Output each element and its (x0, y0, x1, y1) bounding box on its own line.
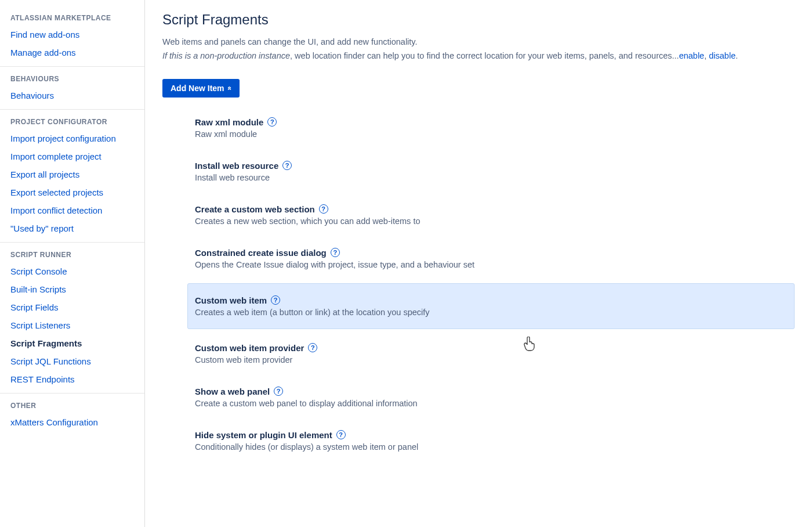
disable-link[interactable]: disable (709, 51, 735, 60)
sidebar-header: BEHAVIOURS (0, 71, 144, 86)
intro-text: Web items and panels can change the UI, … (162, 36, 795, 49)
item-title: Hide system or plugin UI element? (195, 430, 346, 440)
add-new-item-button[interactable]: Add New Item « (162, 79, 240, 98)
sidebar-item-script-fields[interactable]: Script Fields (0, 298, 144, 316)
sidebar-item-import-project-config[interactable]: Import project configuration (0, 129, 144, 147)
sidebar-item-script-jql-functions[interactable]: Script JQL Functions (0, 352, 144, 370)
sidebar-item-export-selected-projects[interactable]: Export selected projects (0, 183, 144, 201)
sidebar-item-find-new-addons[interactable]: Find new add-ons (0, 26, 144, 44)
help-icon[interactable]: ? (282, 161, 292, 170)
sidebar-item-behaviours[interactable]: Behaviours (0, 86, 144, 104)
item-desc: Opens the Create Issue dialog with proje… (195, 260, 788, 269)
item-install-web-resource[interactable]: Install web resource?Install web resourc… (188, 153, 795, 190)
item-desc: Creates a new web section, which you can… (195, 216, 788, 226)
sidebar-header: OTHER (0, 398, 144, 413)
intro-rest: , web location finder can help you to fi… (290, 51, 679, 60)
add-button-label: Add New Item (171, 84, 224, 93)
item-raw-xml-module[interactable]: Raw xml module?Raw xml module (188, 109, 795, 147)
enable-link[interactable]: enable (679, 51, 705, 60)
main-content: Script Fragments Web items and panels ca… (145, 0, 812, 527)
sidebar-item-export-all-projects[interactable]: Export all projects (0, 165, 144, 183)
item-title: Install web resource? (195, 161, 292, 171)
item-title: Show a web panel? (195, 387, 283, 396)
item-title: Custom web item provider? (195, 343, 317, 353)
sidebar-item-rest-endpoints[interactable]: REST Endpoints (0, 370, 144, 388)
item-show-web-panel[interactable]: Show a web panel?Create a custom web pan… (188, 378, 795, 416)
item-desc: Conditionally hides (or displays) a syst… (195, 442, 788, 452)
item-desc: Install web resource (195, 173, 788, 182)
help-icon[interactable]: ? (331, 248, 340, 257)
sidebar-header: PROJECT CONFIGURATOR (0, 114, 144, 129)
sidebar-item-builtin-scripts[interactable]: Built-in Scripts (0, 280, 144, 298)
sidebar-header: ATLASSIAN MARKETPLACE (0, 10, 144, 26)
item-hide-ui-element[interactable]: Hide system or plugin UI element?Conditi… (188, 422, 795, 460)
help-icon[interactable]: ? (271, 295, 280, 305)
sidebar-group: BEHAVIOURSBehaviours (0, 67, 144, 110)
item-desc: Raw xml module (195, 129, 788, 139)
item-create-custom-web-section[interactable]: Create a custom web section?Creates a ne… (188, 196, 795, 234)
sidebar-group: PROJECT CONFIGURATORImport project confi… (0, 110, 144, 243)
intro-subtext: If this is a non-production instance, we… (162, 50, 795, 63)
sidebar-item-manage-addons[interactable]: Manage add-ons (0, 44, 144, 62)
sidebar-item-script-listeners[interactable]: Script Listeners (0, 316, 144, 334)
item-constrained-create-issue[interactable]: Constrained create issue dialog?Opens th… (188, 240, 795, 277)
item-custom-web-item[interactable]: Custom web item?Creates a web item (a bu… (187, 283, 795, 329)
items-list: Raw xml module?Raw xml moduleInstall web… (188, 109, 795, 460)
page-title: Script Fragments (162, 12, 795, 28)
item-title: Custom web item? (195, 295, 280, 305)
item-title: Create a custom web section? (195, 204, 328, 214)
sidebar-item-xmatters-config[interactable]: xMatters Configuration (0, 413, 144, 431)
sidebar-item-script-console[interactable]: Script Console (0, 262, 144, 280)
sidebar-header: SCRIPT RUNNER (0, 247, 144, 262)
help-icon[interactable]: ? (267, 117, 277, 127)
item-title: Constrained create issue dialog? (195, 248, 340, 258)
help-icon[interactable]: ? (336, 430, 346, 439)
intro-italic: If this is a non-production instance (162, 51, 290, 60)
help-icon[interactable]: ? (274, 387, 283, 396)
sidebar-item-import-conflict-detection[interactable]: Import conflict detection (0, 201, 144, 219)
sidebar-group: ATLASSIAN MARKETPLACEFind new add-onsMan… (0, 6, 144, 67)
sidebar-item-used-by-report[interactable]: "Used by" report (0, 219, 144, 237)
chevron-up-icon: « (226, 86, 234, 90)
item-desc: Creates a web item (a button or link) at… (195, 308, 787, 317)
item-title: Raw xml module? (195, 117, 277, 127)
sidebar: ATLASSIAN MARKETPLACEFind new add-onsMan… (0, 0, 145, 527)
sidebar-group: OTHERxMatters Configuration (0, 394, 144, 436)
sidebar-item-script-fragments[interactable]: Script Fragments (0, 334, 144, 352)
item-custom-web-item-provider[interactable]: Custom web item provider?Custom web item… (188, 335, 795, 373)
item-desc: Custom web item provider (195, 355, 788, 364)
sidebar-item-import-complete-project[interactable]: Import complete project (0, 147, 144, 165)
sidebar-group: SCRIPT RUNNERScript ConsoleBuilt-in Scri… (0, 243, 144, 394)
help-icon[interactable]: ? (308, 343, 317, 352)
item-desc: Create a custom web panel to display add… (195, 399, 788, 408)
help-icon[interactable]: ? (319, 204, 328, 214)
